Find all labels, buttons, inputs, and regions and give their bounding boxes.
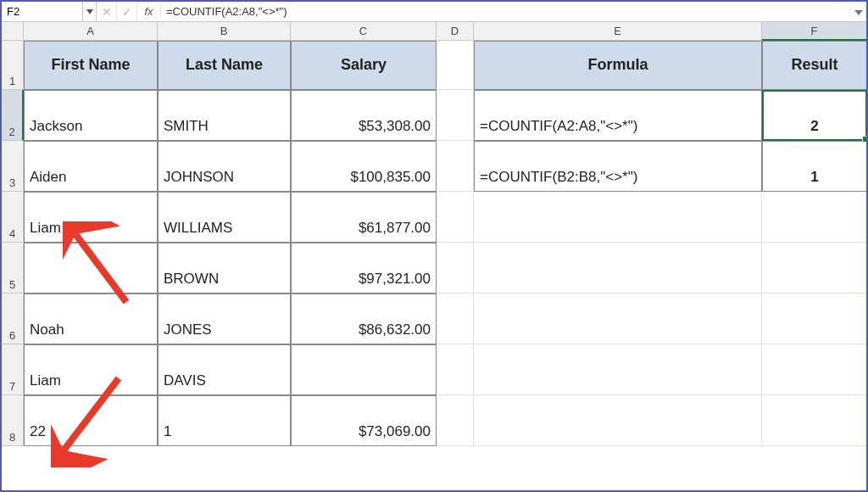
cell-D4[interactable] <box>437 192 474 243</box>
cell-D7[interactable] <box>437 344 474 395</box>
column-header-F[interactable]: F <box>762 22 867 41</box>
row-headers: 12345678 <box>2 41 24 446</box>
cell-E4[interactable] <box>474 192 762 243</box>
cell-D1[interactable] <box>437 41 474 90</box>
row-header-6[interactable]: 6 <box>2 294 24 344</box>
header-formula[interactable]: Formula <box>474 41 762 90</box>
table-row-first[interactable]: Jackson <box>24 90 158 141</box>
table-row-first[interactable]: Aiden <box>24 141 158 192</box>
cell-D2[interactable] <box>437 90 474 141</box>
cell-F6[interactable] <box>762 294 867 344</box>
header-first-name[interactable]: First Name <box>24 41 158 90</box>
result-cell[interactable]: 2 <box>762 90 867 141</box>
svg-marker-0 <box>86 9 93 14</box>
column-header-A[interactable]: A <box>24 22 158 41</box>
table-row-salary[interactable]: $100,835.00 <box>291 141 437 192</box>
cell-F4[interactable] <box>762 192 867 243</box>
header-last-name[interactable]: Last Name <box>158 41 291 90</box>
table-row-first[interactable]: Noah <box>24 294 158 344</box>
cell-D8[interactable] <box>437 395 474 446</box>
table-row-salary[interactable]: $73,069.00 <box>291 395 437 446</box>
svg-marker-1 <box>854 10 863 15</box>
table-row-salary[interactable]: $86,632.00 <box>291 294 437 344</box>
cell-D6[interactable] <box>437 294 474 344</box>
formula-cell[interactable]: =COUNTIF(A2:A8,"<>*") <box>474 90 762 141</box>
table-row-first[interactable]: 22 <box>24 395 158 446</box>
row-header-5[interactable]: 5 <box>2 243 24 294</box>
header-result[interactable]: Result <box>762 41 867 90</box>
cell-E6[interactable] <box>474 294 762 344</box>
column-headers: ABCDEF <box>24 22 867 41</box>
row-header-4[interactable]: 4 <box>2 192 24 243</box>
formula-cell[interactable]: =COUNTIF(B2:B8,"<>*") <box>474 141 762 192</box>
formula-bar: ✕ ✓ fx <box>2 2 866 22</box>
column-header-D[interactable]: D <box>437 22 474 41</box>
spreadsheet-grid: ABCDEF 12345678 First NameLast NameSalar… <box>2 22 866 490</box>
table-row-last[interactable]: BROWN <box>158 243 291 294</box>
column-header-B[interactable]: B <box>158 22 291 41</box>
column-header-E[interactable]: E <box>474 22 762 41</box>
cell-E8[interactable] <box>474 395 762 446</box>
table-row-last[interactable]: SMITH <box>158 90 291 141</box>
row-header-2[interactable]: 2 <box>2 90 24 141</box>
cell-F5[interactable] <box>762 243 867 294</box>
formula-input[interactable] <box>161 2 849 21</box>
name-box-dropdown[interactable] <box>83 2 97 21</box>
row-header-3[interactable]: 3 <box>2 141 24 192</box>
cells-area: First NameLast NameSalaryFormulaResultJa… <box>24 41 866 490</box>
table-row-first[interactable]: Liam <box>24 192 158 243</box>
table-row-last[interactable]: 1 <box>158 395 291 446</box>
select-all-triangle[interactable] <box>2 22 24 41</box>
table-row-last[interactable]: JONES <box>158 294 291 344</box>
expand-formula-bar-icon[interactable] <box>849 8 866 16</box>
fx-icon[interactable]: fx <box>137 5 161 18</box>
cancel-icon: ✕ <box>97 2 117 21</box>
table-row-last[interactable]: WILLIAMS <box>158 192 291 243</box>
header-salary[interactable]: Salary <box>291 41 437 90</box>
table-row-last[interactable]: JOHNSON <box>158 141 291 192</box>
cell-E7[interactable] <box>474 344 762 395</box>
table-row-salary[interactable]: $61,877.00 <box>291 192 437 243</box>
result-cell[interactable]: 1 <box>762 141 867 192</box>
column-header-C[interactable]: C <box>291 22 437 41</box>
row-header-8[interactable]: 8 <box>2 395 24 446</box>
cell-E5[interactable] <box>474 243 762 294</box>
table-row-salary[interactable] <box>291 344 437 395</box>
table-row-first[interactable] <box>24 243 158 294</box>
table-row-salary[interactable]: $53,308.00 <box>291 90 437 141</box>
cell-F8[interactable] <box>762 395 867 446</box>
accept-icon: ✓ <box>117 2 137 21</box>
table-row-last[interactable]: DAVIS <box>158 344 291 395</box>
table-row-salary[interactable]: $97,321.00 <box>291 243 437 294</box>
cell-F7[interactable] <box>762 344 867 395</box>
cell-D5[interactable] <box>437 243 474 294</box>
row-header-1[interactable]: 1 <box>2 41 24 90</box>
cell-D3[interactable] <box>437 141 474 192</box>
row-header-7[interactable]: 7 <box>2 344 24 395</box>
table-row-first[interactable]: Liam <box>24 344 158 395</box>
name-box[interactable] <box>2 2 83 21</box>
